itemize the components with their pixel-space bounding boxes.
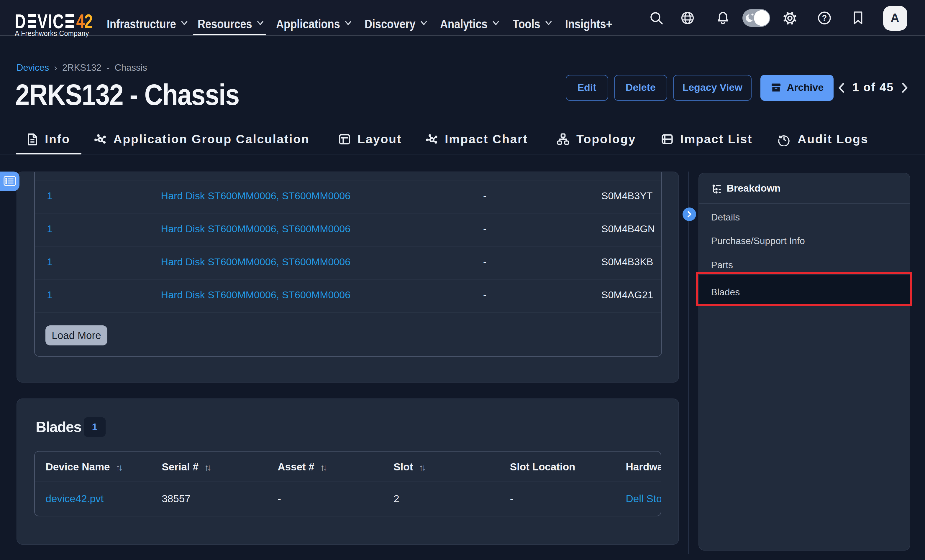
svg-text:?: ?: [822, 13, 827, 23]
